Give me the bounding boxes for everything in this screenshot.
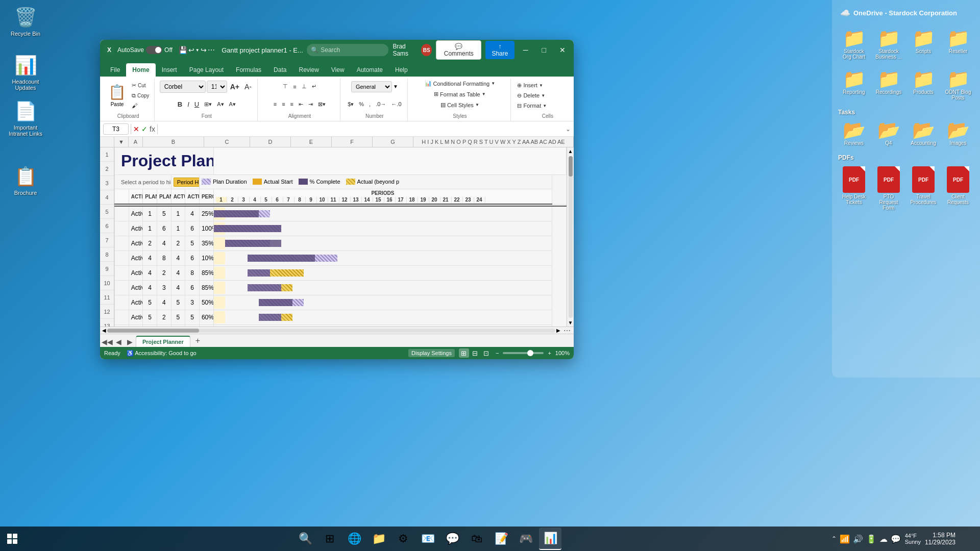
activity-01-cell[interactable]: Activity 01 [129,206,143,221]
tab-file[interactable]: File [104,63,126,77]
row-num-1[interactable]: 1 [100,147,114,162]
conditional-formatting-button[interactable]: 📊 Conditional Formatting ▼ [423,79,498,88]
percent-07[interactable]: 50% [199,295,213,310]
font-size-selector[interactable]: 11 [207,81,227,93]
zoom-thumb[interactable] [527,350,533,356]
percent-03[interactable]: 35% [199,236,213,251]
wifi-icon[interactable]: 📶 [840,534,850,544]
indent-increase-button[interactable]: ⇥ [306,99,315,109]
actual-start-04[interactable]: 4 [171,251,185,266]
volume-icon[interactable]: 🔊 [853,534,863,544]
desktop-icon-intranet[interactable]: 📄 Important Intranet Links [5,97,46,139]
row-num-5[interactable]: 5 [100,205,114,219]
desktop-icon-headcount[interactable]: 📊 Headcount Updates [5,51,46,93]
format-painter-button[interactable]: 🖌 [130,101,151,111]
normal-view-button[interactable]: ⊞ [459,348,469,358]
tab-home[interactable]: Home [126,63,155,77]
folder-reseller[interactable]: 📁 Reseller [942,27,974,62]
pdf-client-requests[interactable]: Client Requests [942,164,974,213]
activity-04-cell[interactable]: Activity 04 [129,251,143,266]
plan-duration-07[interactable]: 4 [157,295,171,310]
plan-start-03[interactable]: 2 [143,236,157,251]
actual-start-09[interactable] [171,325,185,327]
tab-help[interactable]: Help [389,63,414,77]
plan-start-08[interactable]: 5 [143,310,157,325]
copy-button[interactable]: ⧉ Copy [130,91,151,101]
actual-start-03[interactable]: 2 [171,236,185,251]
actual-start-08[interactable]: 5 [171,310,185,325]
sheet-nav-prev[interactable]: ◀ [113,337,124,347]
maximize-button[interactable]: □ [537,42,551,58]
cell-reference-input[interactable] [103,123,129,135]
plan-duration-02[interactable]: 6 [157,221,171,236]
actual-start-05[interactable]: 4 [171,266,185,281]
taskbar-notes-button[interactable]: 📝 [490,528,512,550]
folder-accounting[interactable]: 📂 Accounting [908,119,939,148]
display-settings-button[interactable]: Display Settings [408,349,455,357]
sheet-nav-next[interactable]: ▶ [125,337,135,347]
save-icon[interactable]: 💾 [179,46,187,54]
period-highlight-box[interactable]: Period Highlight: 1 [174,178,200,187]
vertical-scrollbar[interactable]: ▲ ▼ [567,147,574,327]
actual-duration-07[interactable]: 3 [185,295,200,310]
percent-04[interactable]: 10% [199,251,213,266]
sheet-tab-project-planner[interactable]: Project Planner [136,336,190,347]
fill-color-button[interactable]: A▾ [215,99,226,109]
underline-button[interactable]: U [192,99,201,109]
user-avatar[interactable]: BS [421,44,432,56]
folder-q4[interactable]: 📂 Q4 [873,119,904,148]
plan-start-05[interactable]: 4 [143,266,157,281]
actual-duration-05[interactable]: 8 [185,266,200,281]
actual-duration-09[interactable] [185,325,200,327]
share-button[interactable]: ↑ Share [485,41,514,59]
activity-08-cell[interactable]: Activity 08 [129,310,143,325]
delete-button[interactable]: ⊖ Delete ▼ [515,91,549,101]
row-num-12[interactable]: 12 [100,305,114,319]
redo-icon[interactable]: ↪ [201,46,207,54]
plan-duration-06[interactable]: 3 [157,281,171,295]
title-search-box[interactable]: 🔍 Search [307,44,388,56]
activity-06-cell[interactable]: Activity 06 [129,281,143,295]
plan-start-01[interactable]: 1 [143,206,157,221]
zoom-plus-button[interactable]: + [548,350,551,356]
folder-stardock-business[interactable]: 📁 Stardock Business ... [873,27,904,62]
tab-view[interactable]: View [325,63,351,77]
col-header-H-AE[interactable]: H I J K L M N O P Q R S T U V W X Y Z AA… [413,137,574,147]
tab-data[interactable]: Data [267,63,292,77]
sheet-nav-first[interactable]: ◀◀ [102,337,112,347]
pdf-help-desk-tickets[interactable]: Help Desk Tickets [838,164,870,213]
add-sheet-button[interactable]: + [191,335,204,347]
page-break-view-button[interactable]: ⊟ [470,348,480,358]
taskbar-taskview-button[interactable]: ⊞ [318,528,341,550]
weather-area[interactable]: 44°F Sunny [905,533,921,545]
start-button[interactable] [0,527,24,551]
pdf-pto-request[interactable]: PTO Request Form [873,164,904,213]
increase-decimal-button[interactable]: .0→ [374,99,388,109]
row-num-3[interactable]: 3 [100,176,114,190]
autosave-toggle[interactable] [146,46,162,54]
col-header-F[interactable]: F [332,137,373,147]
activity-02-cell[interactable]: Activity 02 [129,221,143,236]
col-header-select-all[interactable]: ▼ [114,137,129,147]
zoom-slider[interactable] [503,352,544,354]
plan-duration-01[interactable]: 5 [157,206,171,221]
actual-start-01[interactable]: 1 [171,206,185,221]
font-family-selector[interactable]: Corbel [160,81,206,93]
number-format-selector[interactable]: General [351,81,392,92]
align-top-button[interactable]: ⊤ [281,82,290,91]
folder-images[interactable]: 📂 Images [942,119,974,148]
plan-duration-03[interactable]: 4 [157,236,171,251]
taskbar-settings-button[interactable]: ⚙ [392,528,414,550]
show-desktop-button[interactable] [960,528,974,550]
plan-duration-08[interactable]: 2 [157,310,171,325]
align-right-button[interactable]: ≡ [288,99,296,109]
plan-start-09[interactable] [143,325,157,327]
formula-input[interactable] [160,123,564,135]
formula-function-icon[interactable]: fx [150,125,155,133]
row-num-10[interactable]: 10 [100,276,114,290]
folder-reporting[interactable]: 📁 Reporting [838,68,870,103]
col-header-D[interactable]: D [250,137,291,147]
taskbar-xbox-button[interactable]: 🎮 [514,528,537,550]
folder-products[interactable]: 📁 Products [908,68,939,103]
scroll-thumb-v[interactable] [569,156,573,177]
